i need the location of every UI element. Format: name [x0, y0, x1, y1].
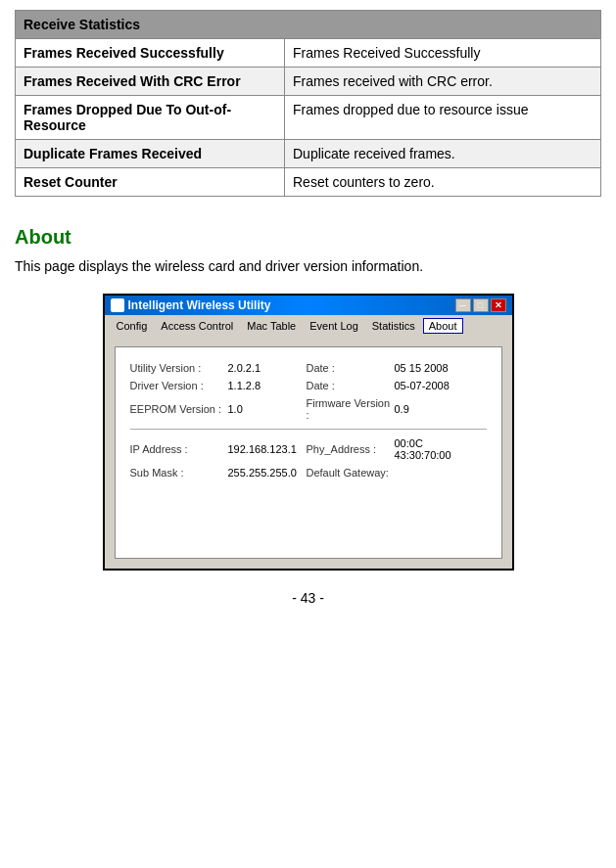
row-description: Duplicate received frames. — [285, 140, 601, 168]
window-controls[interactable]: ─ □ ✕ — [455, 298, 506, 312]
field-value2: 00:0C 43:30:70:00 — [395, 437, 473, 461]
window-screenshot: Intelligent Wireless Utility ─ □ ✕ Confi… — [15, 294, 601, 571]
window-icon — [111, 298, 124, 312]
win-divider — [130, 429, 487, 430]
field-label: Driver Version : — [130, 380, 228, 391]
row-description: Frames dropped due to resource issue — [285, 96, 601, 140]
version-field-row: Driver Version : 1.1.2.8 Date : 05-07-20… — [130, 380, 487, 391]
window-inner: Utility Version : 2.0.2.1 Date : 05 15 2… — [115, 346, 502, 559]
minimize-button[interactable]: ─ — [455, 298, 471, 312]
maximize-button[interactable]: □ — [473, 298, 489, 312]
field-value2: 05-07-2008 — [395, 380, 473, 391]
field-value: 2.0.2.1 — [228, 362, 307, 374]
field-value: 255.255.255.0 — [228, 467, 307, 479]
field-label: EEPROM Version : — [130, 403, 228, 415]
table-row: Frames Dropped Due To Out-of-ResourceFra… — [16, 96, 601, 140]
table-row: Duplicate Frames ReceivedDuplicate recei… — [16, 140, 601, 168]
field-label: Sub Mask : — [130, 467, 228, 479]
tab-config[interactable]: Config — [111, 318, 154, 334]
field-label2: Firmware Version : — [307, 397, 395, 421]
row-term: Frames Received Successfully — [16, 39, 285, 68]
table-row: Frames Received With CRC ErrorFrames rec… — [16, 68, 601, 96]
network-field-row: IP Address : 192.168.123.1 Phy_Address :… — [130, 437, 487, 461]
field-value: 1.0 — [228, 403, 307, 415]
window-titlebar: Intelligent Wireless Utility ─ □ ✕ — [105, 296, 512, 315]
utility-window: Intelligent Wireless Utility ─ □ ✕ Confi… — [103, 294, 514, 571]
field-label2: Date : — [307, 362, 395, 374]
receive-statistics-table: Receive Statistics Frames Received Succe… — [15, 10, 601, 197]
row-term: Frames Received With CRC Error — [16, 68, 285, 96]
field-label2: Phy_Address : — [307, 443, 395, 455]
window-title: Intelligent Wireless Utility — [128, 298, 271, 312]
titlebar-left: Intelligent Wireless Utility — [111, 298, 271, 312]
field-value: 192.168.123.1 — [228, 443, 307, 455]
field-value: 1.1.2.8 — [228, 380, 307, 391]
tab-event-log[interactable]: Event Log — [304, 318, 364, 334]
tab-statistics[interactable]: Statistics — [366, 318, 421, 334]
win-footer-space — [130, 484, 487, 543]
row-term: Duplicate Frames Received — [16, 140, 285, 168]
row-description: Frames Received Successfully — [285, 39, 601, 68]
field-label2: Default Gateway: — [307, 467, 395, 479]
row-term: Reset Counter — [16, 168, 285, 197]
network-field-row: Sub Mask : 255.255.255.0 Default Gateway… — [130, 467, 487, 479]
version-field-row: Utility Version : 2.0.2.1 Date : 05 15 2… — [130, 362, 487, 374]
table-heading: Receive Statistics — [16, 11, 601, 39]
field-label: IP Address : — [130, 443, 228, 455]
tab-access-control[interactable]: Access Control — [155, 318, 239, 334]
window-body: Utility Version : 2.0.2.1 Date : 05 15 2… — [105, 337, 512, 569]
window-menubar: Config Access Control Mac Table Event Lo… — [105, 315, 512, 337]
row-description: Reset counters to zero. — [285, 168, 601, 197]
field-label: Utility Version : — [130, 362, 228, 374]
tab-mac-table[interactable]: Mac Table — [241, 318, 302, 334]
page-footer: - 43 - — [15, 590, 601, 606]
row-term: Frames Dropped Due To Out-of-Resource — [16, 96, 285, 140]
tab-about[interactable]: About — [423, 318, 463, 334]
version-field-row: EEPROM Version : 1.0 Firmware Version : … — [130, 397, 487, 421]
about-heading: About — [15, 226, 601, 249]
about-description: This page displays the wireless card and… — [15, 258, 601, 274]
field-value2: 0.9 — [395, 403, 473, 415]
table-row: Reset CounterReset counters to zero. — [16, 168, 601, 197]
table-row: Frames Received SuccessfullyFrames Recei… — [16, 39, 601, 68]
row-description: Frames received with CRC error. — [285, 68, 601, 96]
field-value2: 05 15 2008 — [395, 362, 473, 374]
close-button[interactable]: ✕ — [491, 298, 506, 312]
about-section: About This page displays the wireless ca… — [15, 226, 601, 274]
field-label2: Date : — [307, 380, 395, 391]
